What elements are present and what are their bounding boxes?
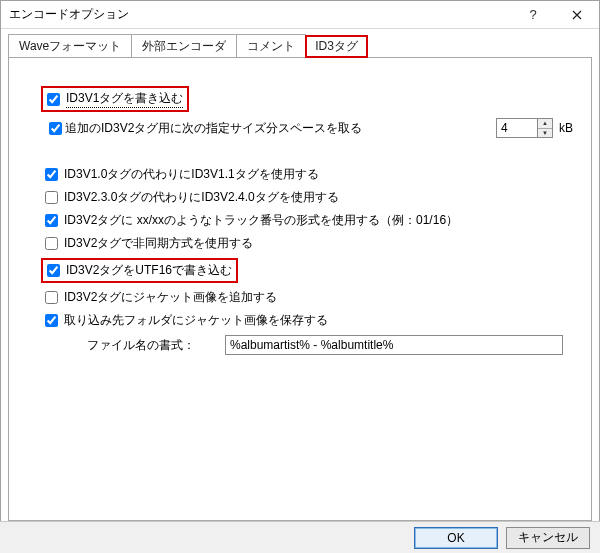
content-area: Waveフォーマット 外部エンコーダ コメント ID3タグ ID3V1タグを書き… — [1, 29, 599, 521]
row-filename-format: ファイル名の書式： — [45, 335, 573, 355]
option-use-v11: ID3V1.0タグの代わりにID3V1.1タグを使用する — [45, 166, 573, 183]
button-bar: OK キャンセル — [0, 521, 600, 553]
option-save-jacket-folder: 取り込み先フォルダにジャケット画像を保存する — [45, 312, 573, 329]
label-extra-space-unit: kB — [559, 121, 573, 135]
label-extra-space: 追加のID3V2タグ用に次の指定サイズ分スペースを取る — [65, 120, 362, 137]
label-save-jacket-folder: 取り込み先フォルダにジャケット画像を保存する — [64, 312, 328, 329]
checkbox-write-id3v1[interactable] — [47, 93, 60, 106]
tab-panel-id3: ID3V1タグを書き込む 追加のID3V2タグ用に次の指定サイズ分スペースを取る… — [8, 57, 592, 521]
label-add-jacket: ID3V2タグにジャケット画像を追加する — [64, 289, 277, 306]
tabstrip: Waveフォーマット 外部エンコーダ コメント ID3タグ — [8, 35, 592, 57]
option-add-jacket: ID3V2タグにジャケット画像を追加する — [45, 289, 573, 306]
input-filename-format[interactable] — [225, 335, 563, 355]
option-unsync: ID3V2タグで非同期方式を使用する — [45, 235, 573, 252]
label-write-id3v1: ID3V1タグを書き込む — [66, 90, 183, 108]
label-use-v11: ID3V1.0タグの代わりにID3V1.1タグを使用する — [64, 166, 319, 183]
option-use-v24: ID3V2.3.0タグの代わりにID3V2.4.0タグを使用する — [45, 189, 573, 206]
checkbox-use-v24[interactable] — [45, 191, 58, 204]
checkbox-unsync[interactable] — [45, 237, 58, 250]
label-filename-format: ファイル名の書式： — [87, 337, 195, 354]
label-use-v24: ID3V2.3.0タグの代わりにID3V2.4.0タグを使用する — [64, 189, 339, 206]
input-extra-space-kb[interactable] — [496, 118, 538, 138]
option-utf16: ID3V2タグをUTF16で書き込む — [45, 258, 573, 283]
checkbox-utf16[interactable] — [47, 264, 60, 277]
option-extra-space: 追加のID3V2タグ用に次の指定サイズ分スペースを取る ▲ ▼ kB — [45, 118, 573, 138]
tab-external-encoder[interactable]: 外部エンコーダ — [131, 34, 237, 58]
spinner-down[interactable]: ▼ — [538, 129, 552, 138]
checkbox-use-v11[interactable] — [45, 168, 58, 181]
checkbox-extra-space[interactable] — [49, 122, 62, 135]
spinner-extra-space: ▲ ▼ — [496, 118, 553, 138]
checkbox-add-jacket[interactable] — [45, 291, 58, 304]
cancel-button[interactable]: キャンセル — [506, 527, 590, 549]
label-utf16: ID3V2タグをUTF16で書き込む — [66, 262, 232, 279]
tab-id3tag[interactable]: ID3タグ — [305, 35, 368, 58]
tab-comment[interactable]: コメント — [236, 34, 306, 58]
spinner-up[interactable]: ▲ — [538, 119, 552, 129]
window-title: エンコードオプション — [9, 6, 511, 23]
help-button[interactable]: ? — [511, 1, 555, 29]
titlebar: エンコードオプション ? — [1, 1, 599, 29]
close-icon — [572, 10, 582, 20]
help-icon: ? — [529, 7, 536, 22]
label-track-format: ID3V2タグに xx/xxのようなトラック番号の形式を使用する（例：01/16… — [64, 212, 458, 229]
tab-wave-format[interactable]: Waveフォーマット — [8, 34, 132, 58]
option-write-id3v1: ID3V1タグを書き込む — [45, 86, 573, 112]
option-track-format: ID3V2タグに xx/xxのようなトラック番号の形式を使用する（例：01/16… — [45, 212, 573, 229]
ok-button[interactable]: OK — [414, 527, 498, 549]
label-unsync: ID3V2タグで非同期方式を使用する — [64, 235, 253, 252]
close-button[interactable] — [555, 1, 599, 29]
checkbox-save-jacket-folder[interactable] — [45, 314, 58, 327]
checkbox-track-format[interactable] — [45, 214, 58, 227]
